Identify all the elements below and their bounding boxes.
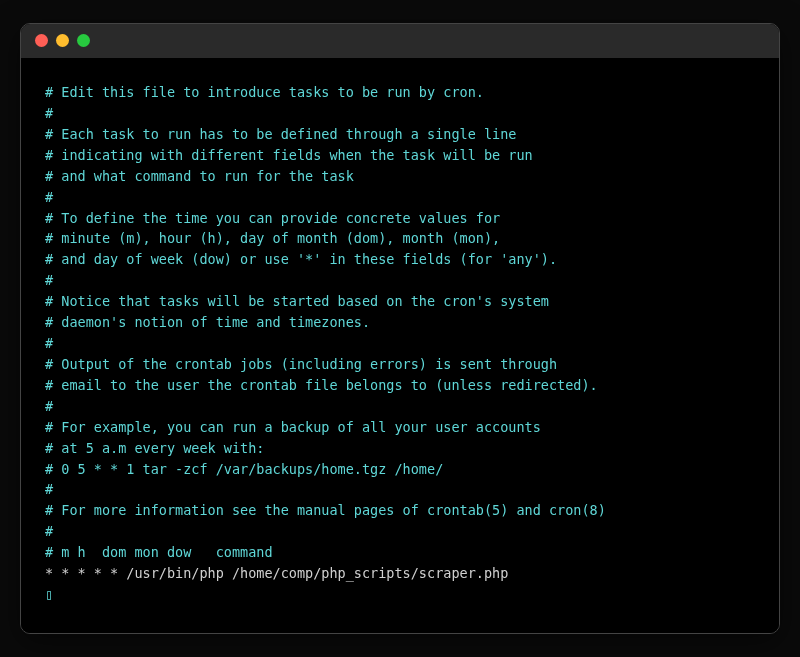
cursor: ▯ [45,584,53,605]
file-line: # [45,521,755,542]
close-icon[interactable] [35,34,48,47]
file-line: # at 5 a.m every week with: [45,438,755,459]
file-line: # [45,479,755,500]
file-line: # [45,187,755,208]
file-line: # Edit this file to introduce tasks to b… [45,82,755,103]
file-line: # To define the time you can provide con… [45,208,755,229]
file-line: # For more information see the manual pa… [45,500,755,521]
terminal-window: # Edit this file to introduce tasks to b… [20,23,780,634]
file-line: # For example, you can run a backup of a… [45,417,755,438]
terminal-body[interactable]: # Edit this file to introduce tasks to b… [21,58,779,633]
title-bar [21,24,779,58]
file-line: # email to the user the crontab file bel… [45,375,755,396]
file-line: # [45,103,755,124]
file-line: # indicating with different fields when … [45,145,755,166]
file-content: # Edit this file to introduce tasks to b… [45,82,755,584]
file-line: * * * * * /usr/bin/php /home/comp/php_sc… [45,563,755,584]
file-line: # m h dom mon dow command [45,542,755,563]
file-line: # and day of week (dow) or use '*' in th… [45,249,755,270]
file-line: # [45,396,755,417]
minimize-icon[interactable] [56,34,69,47]
file-line: # Notice that tasks will be started base… [45,291,755,312]
file-line: # and what command to run for the task [45,166,755,187]
file-line: # daemon's notion of time and timezones. [45,312,755,333]
file-line: # [45,333,755,354]
file-line: # Output of the crontab jobs (including … [45,354,755,375]
maximize-icon[interactable] [77,34,90,47]
file-line: # Each task to run has to be defined thr… [45,124,755,145]
file-line: # minute (m), hour (h), day of month (do… [45,228,755,249]
file-line: # 0 5 * * 1 tar -zcf /var/backups/home.t… [45,459,755,480]
file-line: # [45,270,755,291]
